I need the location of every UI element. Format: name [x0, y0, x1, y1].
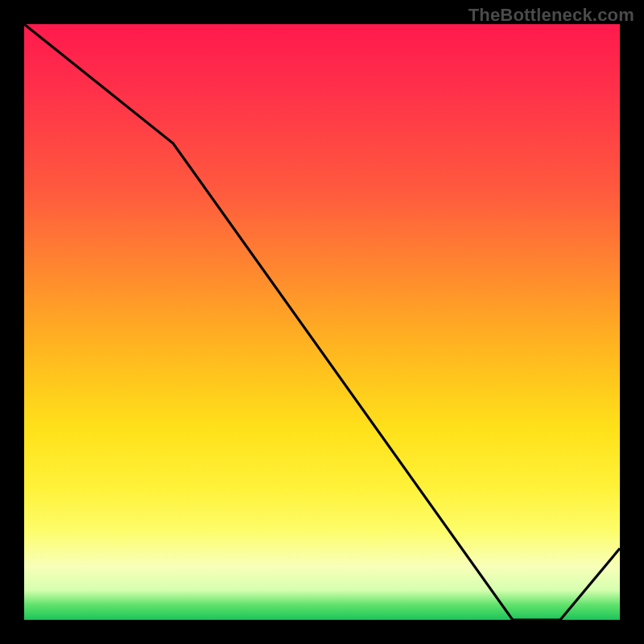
watermark-text: TheBottleneck.com	[469, 5, 634, 26]
plot-area	[24, 24, 620, 620]
chart-stage: TheBottleneck.com	[0, 0, 644, 644]
